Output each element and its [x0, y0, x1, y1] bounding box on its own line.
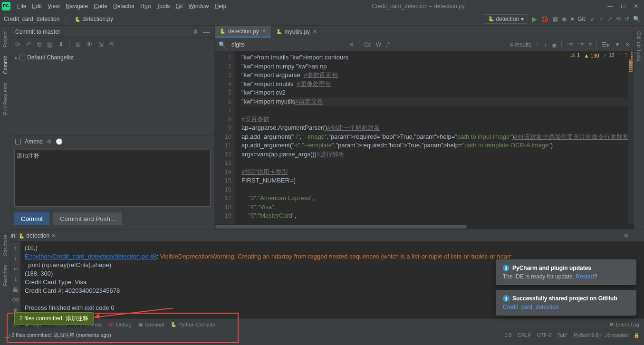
run-config[interactable]: detection [17, 232, 49, 239]
btab-terminal[interactable]: ▣Terminal [138, 322, 164, 327]
remove-selection-icon[interactable]: ⁻≡ [577, 41, 584, 48]
scroll-end-icon[interactable]: ⤓ [13, 276, 18, 283]
indent[interactable]: Tab* [557, 332, 568, 338]
close-find-icon[interactable]: ✕ [625, 41, 630, 48]
rail-github-tools[interactable]: GitHub Tools [636, 31, 642, 61]
regex-icon[interactable]: .* [386, 41, 390, 48]
down-icon[interactable]: ↓ [14, 255, 17, 262]
weak-count[interactable]: 12 [603, 52, 615, 58]
gear-icon[interactable]: ⚙ [624, 232, 629, 239]
minimap[interactable] [628, 51, 634, 229]
warnings-count[interactable]: 1 [571, 52, 580, 58]
inspection-widget[interactable]: 1 ▲ 130 12 ˄ ⠇ [569, 51, 631, 59]
horizontal-scrollbar[interactable] [215, 224, 634, 229]
add-selection-icon[interactable]: ⁺≡ [567, 41, 573, 48]
stop-icon[interactable]: ■ [570, 16, 574, 22]
commit-button[interactable]: Commit [14, 212, 49, 225]
match-case-icon[interactable]: Cc [364, 41, 371, 48]
push-icon[interactable]: ↗ [607, 16, 612, 22]
commit-message-input[interactable]: 添加注释 [14, 150, 211, 207]
btab-debug[interactable]: 🐞Debug [108, 322, 131, 327]
close-run-tab-icon[interactable]: ✕ [51, 232, 56, 239]
prev-match-icon[interactable]: ↑ [536, 41, 539, 48]
shelve-icon[interactable]: ⬇ [58, 41, 64, 48]
view-icon[interactable]: 👁 [87, 41, 93, 48]
changelist-icon[interactable]: ▥ [47, 41, 53, 48]
rail-favorites[interactable]: Favorites [2, 265, 8, 286]
typos-count[interactable]: ▲ 130 [584, 53, 599, 58]
amend-checkbox[interactable] [15, 139, 21, 144]
status-checkbox[interactable] [5, 333, 10, 338]
tab-myutils[interactable]: myutils.py ✕ [271, 26, 322, 38]
hide-panel-icon[interactable]: — [634, 232, 639, 239]
up-icon[interactable]: ↑ [14, 245, 17, 251]
tab-close-icon[interactable]: ✕ [313, 29, 317, 35]
run-icon[interactable]: ▶ [532, 15, 537, 23]
maximize-icon[interactable]: ☐ [621, 3, 626, 10]
expand-icon[interactable]: ⇲ [98, 41, 104, 48]
menu-file[interactable]: File [14, 3, 29, 10]
diff-icon[interactable]: ⧉ [37, 41, 41, 48]
chevron-up-icon[interactable]: ˄ [618, 52, 621, 58]
rail-commit[interactable]: Commit [2, 56, 8, 74]
commit-and-push-button[interactable]: Commit and Push... [53, 212, 122, 225]
lock-icon[interactable] [634, 332, 639, 338]
rollback-icon[interactable]: ↺ [625, 16, 629, 22]
update-project-icon[interactable]: ↙ [590, 16, 595, 22]
words-icon[interactable]: W [376, 41, 381, 48]
menu-run[interactable]: Run [137, 3, 154, 10]
menu-view[interactable]: View [45, 3, 63, 10]
breadcrumb[interactable]: Credit_card_detection 〉 detection.py [4, 15, 113, 23]
hide-panel-icon[interactable]: — [203, 28, 210, 36]
profile-icon[interactable]: ◉ [562, 16, 567, 22]
coverage-icon[interactable]: ▦ [553, 16, 558, 22]
menu-navigate[interactable]: Navigate [63, 3, 91, 10]
select-all-occ-icon[interactable]: ≡ [588, 41, 592, 48]
gear-icon[interactable]: ⚙ [47, 138, 52, 145]
menu-help[interactable]: Help [211, 3, 229, 10]
refresh-icon[interactable]: ⟳ [15, 41, 20, 48]
run-config-selector[interactable]: detection ▾ [484, 14, 528, 24]
breadcrumb-file[interactable]: detection.py [75, 16, 113, 22]
filter-icon[interactable]: ☰▸ [602, 41, 610, 48]
menu-edit[interactable]: Edit [29, 3, 45, 10]
rail-project[interactable]: Project [2, 31, 8, 48]
code-lines[interactable]: "kw">from imutils "kw">import contours"k… [236, 51, 634, 229]
find-input[interactable] [231, 40, 345, 49]
default-changelist[interactable]: Default Changelist [10, 51, 214, 64]
print-icon[interactable]: 🖶 [13, 287, 19, 293]
debug-icon[interactable]: 🐞 [541, 15, 549, 23]
tab-close-icon[interactable]: ✕ [262, 28, 266, 34]
rail-structure[interactable]: Structure [2, 235, 8, 256]
close-icon[interactable]: ✕ [634, 3, 638, 10]
btab-python-console[interactable]: 🐍Python Console [171, 322, 215, 327]
history-icon[interactable]: 🕓 [56, 138, 63, 145]
commit-icon[interactable]: ✓ [599, 16, 604, 22]
menu-refactor[interactable]: Refactor [110, 3, 137, 10]
balloon-updates[interactable]: PyCharm and plugin updates The IDE is re… [496, 259, 636, 285]
rollback-icon[interactable]: ↶ [26, 41, 31, 48]
history-icon[interactable]: ⟲ [616, 16, 621, 22]
rail-pull-requests[interactable]: Pull Requests [2, 83, 8, 115]
menu-window[interactable]: Window [186, 3, 212, 10]
code-area[interactable]: 12345678910111213141516171819 "kw">from … [215, 51, 634, 229]
collapse-icon[interactable]: ⇱ [109, 41, 115, 48]
event-log[interactable]: ⊙Event Log [610, 322, 639, 327]
breadcrumb-project[interactable]: Credit_card_detection [4, 16, 59, 22]
search-everywhere-icon[interactable]: 🔍 [633, 16, 640, 22]
caret-pos[interactable]: 1:5 [504, 332, 511, 338]
more-icon[interactable]: ⠇ [625, 52, 629, 58]
select-all-icon[interactable]: ▣ [551, 41, 557, 48]
changelist-checkbox[interactable] [19, 55, 25, 60]
gear-icon[interactable]: ⚙ [193, 29, 198, 35]
menu-tools[interactable]: Tools [154, 3, 173, 10]
repo-link[interactable]: Credit_card_detection [503, 304, 629, 310]
balloon-shared[interactable]: Successfully shared project on GitHub Cr… [496, 290, 636, 316]
line-sep[interactable]: CRLF [518, 332, 531, 338]
next-match-icon[interactable]: ↓ [544, 41, 547, 48]
funnel-icon[interactable]: ▼ [615, 41, 620, 48]
group-icon[interactable]: ⊞ [76, 41, 81, 48]
encoding[interactable]: UTF-8 [537, 332, 552, 338]
minimize-icon[interactable]: — [607, 3, 613, 10]
clear-icon[interactable]: ✕ [349, 41, 354, 48]
